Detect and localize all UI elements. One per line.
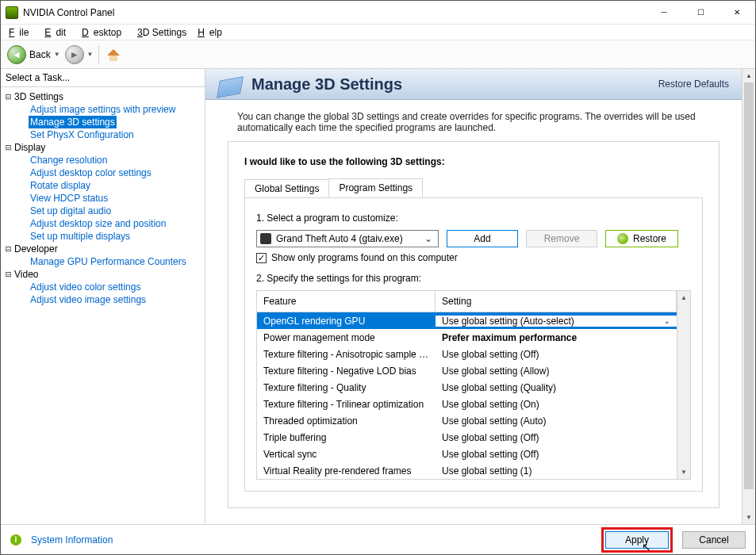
feature-cell: Texture filtering - Anisotropic sample o… [257, 349, 436, 360]
program-exe-icon [260, 233, 271, 244]
col-feature-header[interactable]: Feature [257, 291, 436, 312]
table-row[interactable]: Triple bufferingUse global setting (Off) [257, 429, 677, 446]
setting-cell[interactable]: Use global setting (Allow) [436, 366, 677, 377]
table-row[interactable]: Texture filtering - Negative LOD biasUse… [257, 362, 677, 379]
setting-cell[interactable]: Prefer maximum performance [436, 332, 677, 343]
tree-item[interactable]: Change resolution [29, 154, 109, 166]
add-button[interactable]: Add [447, 230, 518, 247]
collapse-icon[interactable]: ⊟ [4, 144, 13, 152]
close-button[interactable]: ✕ [719, 1, 755, 25]
toolbar: ◄ Back ▼ ► ▼ [1, 40, 755, 69]
setting-cell[interactable]: Use global setting (1) [436, 465, 677, 477]
menu-3d-settings[interactable]: 3D Settings [132, 25, 191, 40]
tree-item[interactable]: View HDCP status [29, 192, 109, 205]
table-row[interactable]: Texture filtering - Anisotropic sample o… [257, 346, 677, 362]
tree-item[interactable]: Set PhysX Configuration [29, 128, 136, 141]
feature-cell: Virtual Reality pre-rendered frames [257, 465, 436, 477]
feature-cell: Texture filtering - Trilinear optimizati… [257, 399, 436, 410]
apply-button[interactable]: Apply [605, 531, 669, 549]
scroll-thumb[interactable] [744, 82, 754, 489]
forward-button[interactable]: ► ▼ [65, 45, 94, 64]
table-row[interactable]: Texture filtering - Trilinear optimizati… [257, 396, 677, 412]
step2-label: 2. Specify the settings for this program… [256, 273, 691, 284]
restore-defaults-link[interactable]: Restore Defaults [658, 78, 729, 90]
settings-prompt: I would like to use the following 3D set… [244, 156, 703, 167]
program-selected-text: Grand Theft Auto 4 (gtaiv.exe) [276, 233, 417, 244]
setting-cell[interactable]: Use global setting (Auto-select)⌄ [436, 316, 677, 327]
remove-button: Remove [526, 230, 597, 247]
menu-desktop[interactable]: Desktop [77, 25, 131, 40]
back-dropdown-icon[interactable]: ▼ [54, 51, 60, 58]
tree-item[interactable]: Rotate display [29, 179, 92, 192]
table-row[interactable]: Texture filtering - QualityUse global se… [257, 379, 677, 396]
tree-item[interactable]: Set up multiple displays [29, 230, 132, 243]
tab-program-settings[interactable]: Program Settings [328, 178, 423, 197]
collapse-icon[interactable]: ⊟ [4, 245, 13, 254]
tabs: Global Settings Program Settings [244, 178, 703, 197]
minimize-button[interactable]: ─ [646, 1, 682, 25]
sidebar: Select a Task... ⊟3D Settings Adjust ima… [1, 69, 205, 524]
menu-file[interactable]: File [4, 25, 38, 40]
tree-category-video[interactable]: ⊟Video [4, 268, 203, 281]
table-row[interactable]: Vertical syncUse global setting (Off) [257, 446, 677, 462]
tree-category-display[interactable]: ⊟Display [4, 141, 203, 154]
scroll-up-icon[interactable]: ▲ [743, 69, 755, 82]
program-settings-panel: 1. Select a program to customize: Grand … [244, 197, 703, 492]
system-information-link[interactable]: System Information [31, 534, 113, 545]
setting-cell[interactable]: Use global setting (Off) [436, 349, 677, 360]
table-row[interactable]: Virtual Reality pre-rendered framesUse g… [257, 462, 677, 479]
tree-item[interactable]: Manage 3D settings [29, 116, 117, 128]
menu-help[interactable]: Help [193, 25, 232, 40]
page-header: Manage 3D Settings Restore Defaults [205, 69, 742, 100]
chevron-down-icon[interactable]: ⌄ [664, 317, 670, 325]
home-icon [107, 49, 120, 56]
nvidia-logo-icon [617, 233, 628, 244]
tab-global-settings[interactable]: Global Settings [244, 179, 329, 198]
tree-category-label: Video [14, 268, 38, 281]
tree-item[interactable]: Adjust desktop color settings [29, 166, 153, 179]
restore-button[interactable]: Restore [605, 230, 678, 247]
collapse-icon[interactable]: ⊟ [4, 270, 13, 279]
tree-item[interactable]: Manage GPU Performance Counters [29, 255, 188, 268]
tree-item[interactable]: Adjust desktop size and position [29, 217, 167, 230]
table-row[interactable]: OpenGL rendering GPUUse global setting (… [257, 312, 677, 329]
back-arrow-icon: ◄ [7, 45, 26, 64]
maximize-button[interactable]: ☐ [682, 1, 719, 25]
feature-cell: Power management mode [257, 332, 436, 343]
tree-item[interactable]: Set up digital audio [29, 205, 113, 217]
cancel-button[interactable]: Cancel [682, 531, 746, 549]
menu-edit[interactable]: Edit [40, 25, 75, 40]
checkbox-icon: ✓ [256, 253, 267, 263]
content-scrollbar[interactable]: ▲ ▼ [742, 69, 755, 524]
task-tree: ⊟3D Settings Adjust image settings with … [1, 87, 205, 524]
tree-item[interactable]: Adjust video color settings [29, 281, 142, 293]
scroll-up-icon[interactable]: ▲ [677, 291, 690, 304]
collapse-icon[interactable]: ⊟ [4, 93, 13, 101]
scroll-down-icon[interactable]: ▼ [677, 465, 690, 479]
tree-item[interactable]: Adjust video image settings [29, 293, 148, 306]
setting-cell[interactable]: Use global setting (On) [436, 399, 677, 410]
tree-item[interactable]: Adjust image settings with preview [29, 103, 177, 116]
home-button[interactable] [104, 47, 123, 63]
table-scrollbar[interactable]: ▲ ▼ [677, 291, 690, 479]
setting-cell[interactable]: Use global setting (Quality) [436, 382, 677, 393]
chevron-down-icon: ⌄ [422, 233, 435, 244]
titlebar: NVIDIA Control Panel ─ ☐ ✕ [1, 1, 755, 25]
tree-category-threeD[interactable]: ⊟3D Settings [4, 90, 203, 103]
sidebar-header: Select a Task... [1, 69, 205, 87]
tree-category-developer[interactable]: ⊟Developer [4, 243, 203, 255]
back-label: Back [29, 49, 51, 60]
setting-cell[interactable]: Use global setting (Off) [436, 449, 677, 460]
forward-dropdown-icon[interactable]: ▼ [87, 51, 94, 58]
show-only-found-checkbox[interactable]: ✓ Show only programs found on this compu… [256, 252, 691, 263]
setting-cell[interactable]: Use global setting (Auto) [436, 415, 677, 427]
table-row[interactable]: Threaded optimizationUse global setting … [257, 412, 677, 429]
program-select[interactable]: Grand Theft Auto 4 (gtaiv.exe) ⌄ [256, 230, 439, 247]
scroll-down-icon[interactable]: ▼ [743, 511, 755, 524]
back-button[interactable]: ◄ Back ▼ [7, 45, 60, 64]
setting-cell[interactable]: Use global setting (Off) [436, 432, 677, 443]
step1-label: 1. Select a program to customize: [256, 212, 691, 224]
col-setting-header[interactable]: Setting [436, 291, 677, 312]
apply-highlight: Apply ↖ [601, 527, 673, 553]
table-row[interactable]: Power management modePrefer maximum perf… [257, 329, 677, 346]
